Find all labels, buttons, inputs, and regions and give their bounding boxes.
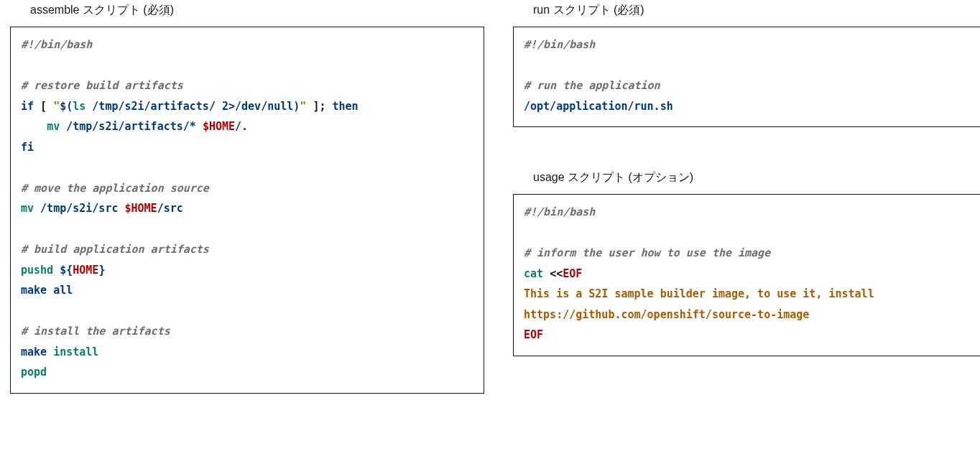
usage-section-title: usage スクリプト (オプション)	[533, 170, 980, 185]
comment: # move the application source	[21, 182, 209, 195]
usage-code-block: #!/bin/bash # inform the user how to use…	[513, 194, 980, 356]
shebang: #!/bin/bash	[21, 38, 92, 51]
shebang: #!/bin/bash	[524, 38, 595, 51]
kw-if: if	[21, 100, 34, 113]
assemble-section-title: assemble スクリプト (必須)	[30, 3, 484, 18]
comment: # install the artifacts	[21, 325, 170, 338]
comment: # run the application	[524, 79, 660, 92]
shebang: #!/bin/bash	[524, 205, 595, 218]
assemble-code-block: #!/bin/bash # restore build artifacts if…	[10, 27, 484, 394]
comment: # inform the user how to use the image	[524, 246, 770, 259]
comment: # build application artifacts	[21, 243, 209, 256]
run-section-title: run スクリプト (必須)	[533, 3, 980, 18]
run-code-block: #!/bin/bash # run the application /opt/a…	[513, 27, 980, 127]
comment: # restore build artifacts	[21, 79, 183, 92]
